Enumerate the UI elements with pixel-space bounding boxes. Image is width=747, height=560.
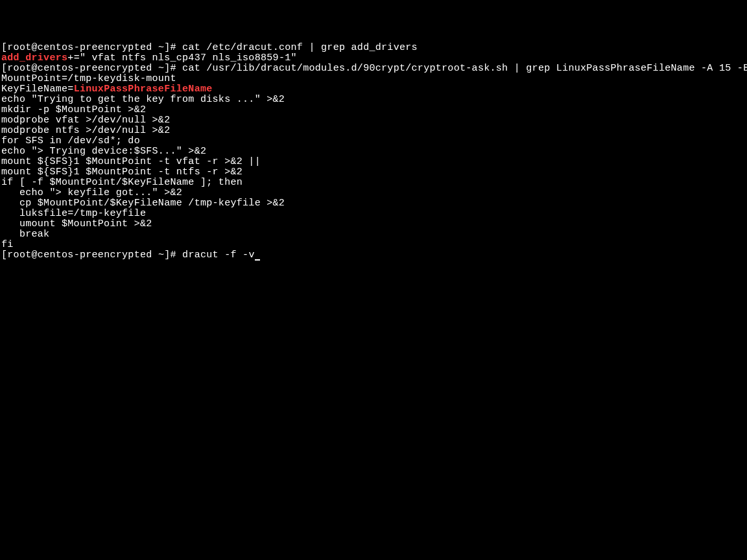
output-line: modprobe vfat >/dev/null >&2	[1, 115, 170, 126]
grep-match: add_drivers	[1, 52, 67, 64]
prompt-line-2: [root@centos-preencrypted ~]# cat /usr/l…	[1, 63, 747, 74]
prompt-line-3: [root@centos-preencrypted ~]# dracut -f …	[1, 250, 260, 261]
output-line: modprobe ntfs >/dev/null >&2	[1, 125, 170, 136]
command-1: cat /etc/dracut.conf | grep add_drivers	[182, 42, 418, 53]
output-line: echo "> keyfile got..." >&2	[1, 187, 182, 198]
output-line: add_drivers+=" vfat ntfs nls_cp437 nls_i…	[1, 52, 297, 64]
prompt-user: root	[7, 42, 31, 53]
output-line: KeyFileName=LinuxPassPhraseFileName	[1, 84, 213, 95]
output-line: cp $MountPoint/$KeyFileName /tmp-keyfile…	[1, 198, 285, 209]
prompt-line-1: [root@centos-preencrypted ~]# cat /etc/d…	[1, 42, 418, 53]
prompt-host: centos-preencrypted	[38, 42, 152, 53]
output-line: MountPoint=/tmp-keydisk-mount	[1, 73, 176, 84]
terminal[interactable]: [root@centos-preencrypted ~]# cat /etc/d…	[0, 41, 747, 262]
cursor-icon	[255, 251, 260, 261]
output-line: if [ -f $MountPoint/$KeyFileName ]; then	[1, 177, 243, 188]
output-line: break	[1, 229, 49, 240]
command-3: dracut -f -v	[182, 250, 255, 261]
output-text: +=" vfat ntfs nls_cp437 nls_iso8859-1"	[67, 52, 296, 64]
output-line: umount $MountPoint >&2	[1, 218, 152, 229]
output-line: fi	[1, 239, 14, 250]
output-line: mount ${SFS}1 $MountPoint -t ntfs -r >&2	[1, 167, 243, 178]
prompt-dir: ~	[158, 42, 164, 53]
prompt-bracket-close: ]#	[164, 42, 182, 53]
command-2: cat /usr/lib/dracut/modules.d/90crypt/cr…	[182, 63, 747, 74]
grep-match: LinuxPassPhraseFileName	[74, 84, 213, 95]
prompt-bracket-open: [	[1, 42, 7, 53]
output-line: mount ${SFS}1 $MountPoint -t vfat -r >&2…	[1, 156, 261, 167]
output-line: echo "> Trying device:$SFS..." >&2	[1, 146, 206, 157]
output-line: for SFS in /dev/sd*; do	[1, 135, 140, 146]
output-line: mkdir -p $MountPoint >&2	[1, 104, 146, 115]
output-line: luksfile=/tmp-keyfile	[1, 208, 146, 219]
output-line: echo "Trying to get the key from disks .…	[1, 94, 285, 105]
